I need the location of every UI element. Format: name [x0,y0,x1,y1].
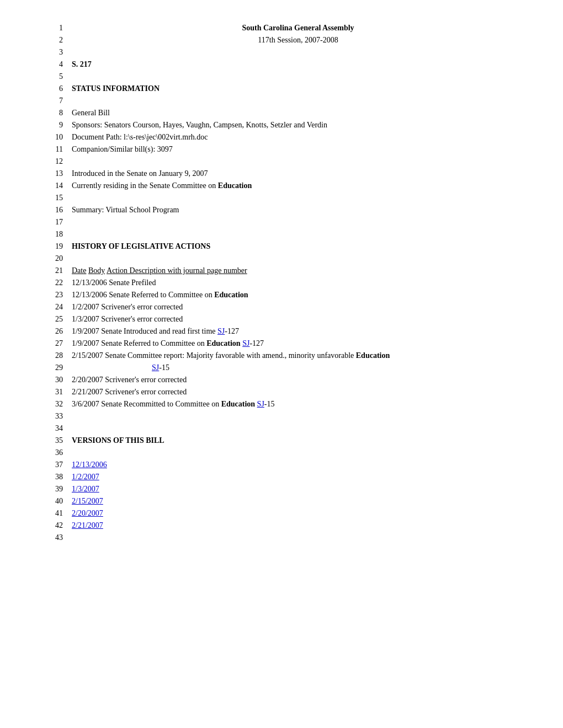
row26-link[interactable]: SJ [217,327,225,335]
line-number-32: 32 [50,398,72,410]
line-number-9: 9 [50,119,72,131]
line-28: 28 2/15/2007 Senate Committee report: Ma… [50,350,524,362]
companion-bill: Companion/Similar bill(s): 3097 [72,143,524,156]
line-41: 41 2/20/2007 [50,507,524,520]
residing-text: Currently residing in the Senate Committ… [72,180,524,192]
line-23: 23 12/13/2006 Senate Referred to Committ… [50,289,524,301]
header-date: Date [72,266,86,275]
history-header-row: Date Body Action Description with journa… [72,265,524,277]
line-24: 24 1/2/2007 Scrivener's error corrected [50,301,524,313]
line-31: 31 2/21/2007 Scrivener's error corrected [50,386,524,398]
row29-indent: SJ-15 [72,363,169,372]
line-number-14: 14 [50,180,72,192]
version-42: 2/21/2007 [72,520,524,532]
residing-committee: Education [218,181,252,190]
line-number-40: 40 [50,495,72,507]
line-33: 33 [50,410,524,422]
residing-prefix: Currently residing in the Senate Committ… [72,181,218,190]
row28-body: Senate [105,351,125,360]
line-number-36: 36 [50,447,72,459]
line-17: 17 [50,216,524,228]
row27-action: Referred to Committee on Education SJ-12… [124,339,264,347]
history-label: HISTORY OF LEGISLATIVE ACTIONS [72,240,524,253]
line-number-8: 8 [50,107,72,119]
line-11: 11 Companion/Similar bill(s): 3097 [50,143,524,156]
row32-link[interactable]: SJ [257,400,264,408]
line-number-12: 12 [50,156,72,168]
line-35: 35 VERSIONS OF THIS BILL [50,435,524,447]
header-action: Action Description with journal page num… [107,266,247,275]
line-number-25: 25 [50,313,72,325]
row31-date: 2/21/2007 [72,388,103,396]
line-6: 6 STATUS INFORMATION [50,83,524,95]
bill-number: S. 217 [72,58,524,71]
line-number-28: 28 [50,350,72,362]
row27-date: 1/9/2007 [72,339,99,347]
history-row-29: SJ-15 [72,362,524,374]
version-41: 2/20/2007 [72,507,524,520]
document: 1 South Carolina General Assembly 2 117t… [50,22,524,544]
line-number-24: 24 [50,301,72,313]
line-number-23: 23 [50,289,72,301]
line-19: 19 HISTORY OF LEGISLATIVE ACTIONS [50,240,524,253]
version-37: 12/13/2006 [72,459,524,471]
line-39: 39 1/3/2007 [50,483,524,495]
row27-link[interactable]: SJ [242,339,249,347]
line-13: 13 Introduced in the Senate on January 9… [50,168,524,180]
line-21: 21 Date Body Action Description with jou… [50,265,524,277]
version-link-4[interactable]: 2/15/2007 [72,497,103,505]
document-path: Document Path: l:\s-res\jec\002virt.mrh.… [72,131,524,143]
row23-date: 12/13/2006 [72,291,107,299]
row26-date: 1/9/2007 [72,327,99,335]
history-row-26: 1/9/2007 Senate Introduced and read firs… [72,325,524,338]
line-number-22: 22 [50,277,72,289]
assembly-title: South Carolina General Assembly [72,22,524,34]
row27-body: Senate [101,339,121,347]
version-link-5[interactable]: 2/20/2007 [72,509,103,517]
line-29: 29 SJ-15 [50,362,524,374]
introduced-text: Introduced in the Senate on January 9, 2… [72,168,524,180]
line-number-1: 1 [50,22,72,34]
version-link-6[interactable]: 2/21/2007 [72,521,103,529]
version-38: 1/2/2007 [72,471,524,483]
line-number-42: 42 [50,520,72,532]
line-43: 43 [50,532,524,544]
line-27: 27 1/9/2007 Senate Referred to Committee… [50,338,524,350]
line-40: 40 2/15/2007 [50,495,524,507]
line-20: 20 [50,253,524,265]
row26-body: Senate [101,327,121,335]
line-number-20: 20 [50,253,72,265]
line-9: 9 Sponsors: Senators Courson, Hayes, Vau… [50,119,524,131]
line-number-30: 30 [50,374,72,386]
version-link-2[interactable]: 1/2/2007 [72,473,99,481]
row28-action: Committee report: Majority favorable wit… [128,351,390,360]
line-number-15: 15 [50,192,72,204]
history-row-22: 12/13/2006 Senate Prefiled [72,277,524,289]
line-number-7: 7 [50,95,72,107]
line-7: 7 [50,95,524,107]
history-row-31: 2/21/2007 Scrivener's error corrected [72,386,524,398]
version-40: 2/15/2007 [72,495,524,507]
line-number-2: 2 [50,34,72,46]
line-number-16: 16 [50,204,72,216]
version-link-1[interactable]: 12/13/2006 [72,461,107,469]
row32-body: Senate [101,400,121,408]
row22-body: Senate [109,279,129,287]
row28-date: 2/15/2007 [72,351,103,360]
row24-action: Scrivener's error corrected [101,303,183,311]
row25-action: Scrivener's error corrected [101,315,183,323]
row29-link[interactable]: SJ [152,363,159,372]
row31-action: Scrivener's error corrected [105,388,187,396]
line-14: 14 Currently residing in the Senate Comm… [50,180,524,192]
line-26: 26 1/9/2007 Senate Introduced and read f… [50,325,524,338]
line-number-11: 11 [50,143,72,156]
line-18: 18 [50,228,524,240]
line-number-10: 10 [50,131,72,143]
history-row-27: 1/9/2007 Senate Referred to Committee on… [72,338,524,350]
line-number-6: 6 [50,83,72,95]
versions-label: VERSIONS OF THIS BILL [72,435,524,447]
row26-action: Introduced and read first time SJ-127 [124,327,239,335]
history-row-23: 12/13/2006 Senate Referred to Committee … [72,289,524,301]
line-number-39: 39 [50,483,72,495]
version-link-3[interactable]: 1/3/2007 [72,485,99,493]
